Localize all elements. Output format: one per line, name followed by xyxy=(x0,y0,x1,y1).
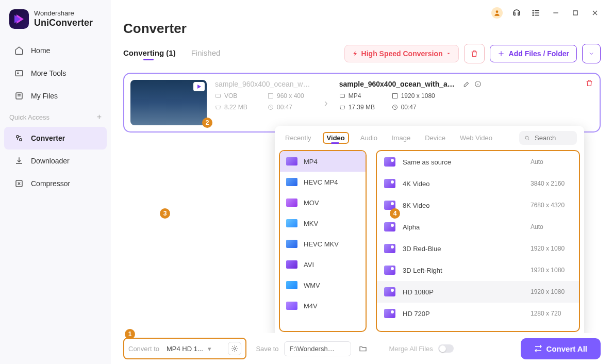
preset-name: HD 720P xyxy=(403,310,523,318)
format-label: HEVC MP4 xyxy=(304,178,338,186)
minimize-icon[interactable] xyxy=(550,7,561,19)
plus-icon xyxy=(498,50,505,57)
remove-file-button[interactable] xyxy=(585,79,593,87)
source-size: 8.22 MB xyxy=(215,104,254,111)
wmv-icon xyxy=(286,281,297,289)
format-item-hevcmkv[interactable]: HEVC MKV xyxy=(280,234,366,254)
files-icon xyxy=(13,90,25,102)
play-icon xyxy=(193,82,205,91)
popup-tab-webvideo[interactable]: Web Video xyxy=(457,132,495,144)
sidebar-item-home[interactable]: Home xyxy=(4,39,107,62)
sidebar-item-my-files[interactable]: My Files xyxy=(4,85,107,107)
preset-item[interactable]: 8K Video7680 x 4320 xyxy=(377,194,579,216)
merge-label: Merge All Files xyxy=(389,345,433,353)
svg-point-8 xyxy=(533,15,534,16)
mp4-icon xyxy=(286,157,297,166)
bottom-bar: Convert to MP4 HD 1... ▾ Save to F:\Wond… xyxy=(111,333,613,364)
sidebar-item-downloader[interactable]: Downloader xyxy=(4,150,107,172)
format-item-mp4[interactable]: MP4 xyxy=(280,151,366,172)
format-popup: Recently Video Audio Image Device Web Vi… xyxy=(275,126,584,338)
brand-top: Wondershare xyxy=(34,10,93,18)
open-folder-button[interactable] xyxy=(356,342,370,355)
avi-icon xyxy=(286,260,297,269)
preset-item[interactable]: HD 1080P1920 x 1080 xyxy=(377,281,579,303)
edit-icon[interactable] xyxy=(463,80,470,88)
sidebar: Wondershare UniConverter Home More Tools… xyxy=(0,0,111,364)
source-format: VOB xyxy=(215,92,254,100)
page-title: Converter xyxy=(123,21,601,37)
hevc-icon xyxy=(286,178,297,186)
preset-item[interactable]: Same as sourceAuto xyxy=(377,151,579,173)
tab-finished[interactable]: Finished xyxy=(191,48,221,59)
download-icon xyxy=(13,155,25,167)
format-item-mov[interactable]: MOV xyxy=(280,192,366,213)
video-thumbnail[interactable] xyxy=(130,80,207,125)
popup-tab-video[interactable]: Video xyxy=(323,132,349,144)
save-to-select[interactable]: F:\Wondershare U xyxy=(284,341,351,356)
convert-to-group: Convert to MP4 HD 1... ▾ xyxy=(123,338,246,359)
info-icon[interactable] xyxy=(474,80,482,88)
preset-item[interactable]: AlphaAuto xyxy=(377,216,579,238)
sidebar-item-label: My Files xyxy=(31,92,58,100)
maximize-icon[interactable] xyxy=(570,7,581,19)
sidebar-item-more-tools[interactable]: More Tools xyxy=(4,62,107,85)
menu-icon[interactable] xyxy=(531,7,542,19)
merge-all-toggle[interactable]: Merge All Files xyxy=(389,344,454,353)
toggle-switch[interactable] xyxy=(438,344,454,353)
preset-name: 4K Video xyxy=(403,180,523,188)
add-files-button[interactable]: Add Files / Folder xyxy=(490,45,577,62)
high-speed-label: High Speed Conversion xyxy=(361,49,443,58)
preset-name: HD 1080P xyxy=(403,288,523,296)
search-icon xyxy=(524,135,531,142)
format-list: MP4 HEVC MP4 MOV MKV HEVC MKV AVI WMV M4… xyxy=(279,150,367,332)
convert-all-button[interactable]: Convert All xyxy=(521,338,601,359)
svg-point-3 xyxy=(20,139,22,141)
add-files-dropdown[interactable] xyxy=(582,44,601,63)
sidebar-item-converter[interactable]: Converter xyxy=(4,127,107,150)
format-item-wmv[interactable]: WMV xyxy=(280,275,366,295)
sidebar-item-compressor[interactable]: Compressor xyxy=(4,172,107,195)
search-input[interactable] xyxy=(535,134,572,142)
save-to-group: Save to F:\Wondershare U xyxy=(256,341,369,356)
format-item-avi[interactable]: AVI xyxy=(280,254,366,275)
popup-tab-device[interactable]: Device xyxy=(422,132,449,144)
preset-item[interactable]: 3D Left-Right1920 x 1080 xyxy=(377,259,579,281)
popup-tab-image[interactable]: Image xyxy=(389,132,413,144)
converter-icon xyxy=(13,133,25,144)
svg-point-6 xyxy=(533,10,534,11)
convert-settings-button[interactable] xyxy=(228,342,241,355)
video-icon xyxy=(384,309,395,318)
mov-icon xyxy=(286,198,297,207)
support-icon[interactable] xyxy=(511,7,522,19)
save-to-label: Save to xyxy=(256,345,278,353)
file-card[interactable]: sample_960x400_ocean_wit... VOB 960 x 40… xyxy=(123,73,601,133)
preset-item[interactable]: HD 720P1280 x 720 xyxy=(377,303,579,324)
format-item-hevcmp4[interactable]: HEVC MP4 xyxy=(280,172,366,192)
quick-access-header: Quick Access + xyxy=(0,107,111,127)
add-quick-access-icon[interactable]: + xyxy=(97,112,102,122)
logo: Wondershare UniConverter xyxy=(0,9,111,39)
close-icon[interactable] xyxy=(589,7,601,19)
format-item-mkv[interactable]: MKV xyxy=(280,213,366,234)
tab-converting[interactable]: Converting (1) xyxy=(123,48,176,59)
preset-name: 3D Red-Blue xyxy=(403,245,523,253)
popup-tab-audio[interactable]: Audio xyxy=(357,132,380,144)
convert-to-select[interactable]: MP4 HD 1... ▾ xyxy=(164,343,223,355)
sidebar-item-label: Compressor xyxy=(31,179,70,188)
avatar[interactable] xyxy=(491,7,503,19)
high-speed-conversion-button[interactable]: High Speed Conversion xyxy=(344,45,459,62)
popup-tab-recently[interactable]: Recently xyxy=(282,132,314,144)
delete-all-button[interactable] xyxy=(464,44,485,63)
preset-item[interactable]: 4K Video3840 x 2160 xyxy=(377,173,579,194)
trash-icon xyxy=(585,79,593,87)
svg-point-17 xyxy=(525,136,528,139)
m4v-icon xyxy=(286,302,297,310)
format-item-m4v[interactable]: M4V xyxy=(280,295,366,316)
preset-res: Auto xyxy=(531,158,572,166)
format-search[interactable] xyxy=(519,131,577,145)
preset-item[interactable]: 3D Red-Blue1920 x 1080 xyxy=(377,238,579,259)
format-label: HEVC MKV xyxy=(304,240,339,248)
folder-icon xyxy=(359,344,367,353)
callout-badge-3: 3 xyxy=(160,208,170,219)
svg-rect-14 xyxy=(340,94,344,98)
